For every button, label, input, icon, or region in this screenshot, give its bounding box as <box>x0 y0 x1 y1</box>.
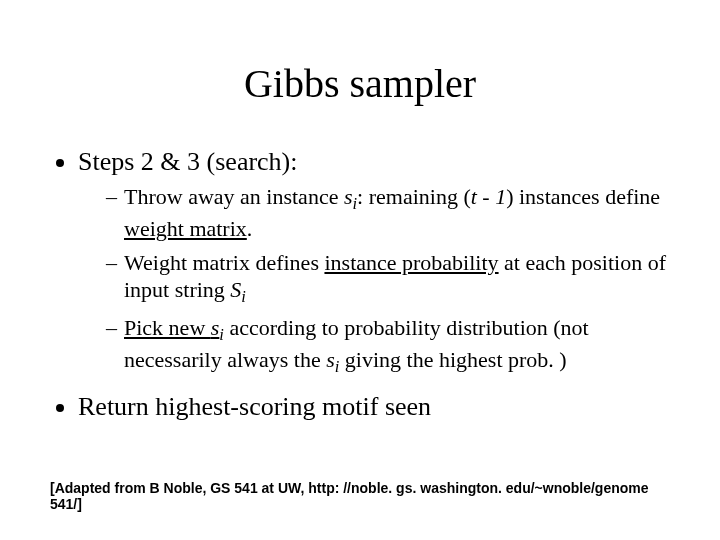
var-big-s-sub: i <box>241 287 246 306</box>
weight-matrix: weight matrix <box>124 216 247 241</box>
sub-bullet-throw: Throw away an instance si: remaining (t … <box>106 183 670 243</box>
bullet-steps: Steps 2 & 3 (search): Throw away an inst… <box>78 147 670 378</box>
sub-bullet-list: Throw away an instance si: remaining (t … <box>78 183 670 378</box>
text: ) instances define <box>506 184 660 209</box>
text: - <box>477 184 495 209</box>
bullet-steps-text: Steps 2 & 3 (search): <box>78 147 298 176</box>
text: Pick new <box>124 315 211 340</box>
footer-citation: [Adapted from B Noble, GS 541 at UW, htt… <box>50 480 670 512</box>
num-1: 1 <box>495 184 506 209</box>
slide: Gibbs sampler Steps 2 & 3 (search): Thro… <box>0 0 720 540</box>
bullet-list: Steps 2 & 3 (search): Throw away an inst… <box>50 147 670 422</box>
text: . <box>247 216 253 241</box>
text: Weight matrix defines <box>124 250 324 275</box>
bullet-return: Return highest-scoring motif seen <box>78 392 670 422</box>
instance-probability: instance probability <box>324 250 498 275</box>
var-s3: s <box>326 347 335 372</box>
slide-title: Gibbs sampler <box>50 60 670 107</box>
text: giving the highest prob. ) <box>339 347 566 372</box>
sub-bullet-pick: Pick new si according to probability dis… <box>106 314 670 378</box>
sub-bullet-weight: Weight matrix defines instance probabili… <box>106 249 670 309</box>
bullet-return-text: Return highest-scoring motif seen <box>78 392 431 421</box>
text: : remaining ( <box>357 184 471 209</box>
text: Throw away an instance <box>124 184 344 209</box>
var-big-s: S <box>230 277 241 302</box>
